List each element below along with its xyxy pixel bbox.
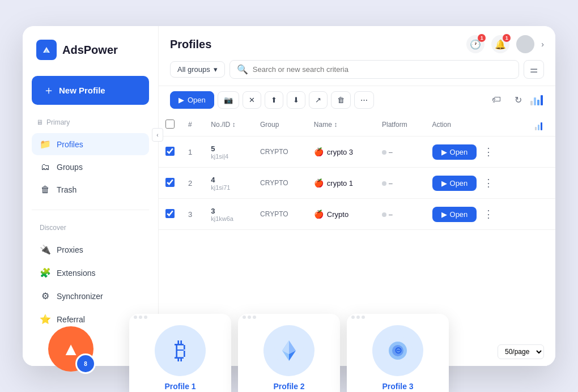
- page-title: Profiles: [170, 38, 211, 51]
- row-platform-2: –: [375, 199, 426, 230]
- close-icon: ✕: [249, 96, 255, 104]
- upload-button[interactable]: ⬆: [265, 91, 283, 109]
- row-open-button-1[interactable]: ▶ Open: [432, 176, 477, 191]
- apple-icon: 🍎: [314, 178, 324, 188]
- row-index-0: 1: [181, 137, 204, 168]
- sidebar-item-extensions[interactable]: 🧩 Extensions: [32, 262, 149, 284]
- chevron-down-icon: ▾: [214, 65, 218, 74]
- col-group: Group: [253, 113, 307, 137]
- row-more-button-2[interactable]: ⋮: [479, 206, 498, 223]
- delete-button[interactable]: 🗑: [331, 91, 351, 109]
- proxies-icon: 🔌: [40, 244, 51, 255]
- download-button[interactable]: ⬇: [287, 91, 305, 109]
- table-stats-icon: [535, 119, 549, 130]
- search-input[interactable]: [253, 65, 512, 74]
- sidebar-item-trash[interactable]: 🗑 Trash: [32, 179, 149, 201]
- referral-label: Referral: [57, 315, 85, 324]
- clock-button[interactable]: 🕐 1: [466, 35, 484, 53]
- sidebar-divider: [32, 210, 149, 210]
- svg-text:8: 8: [84, 361, 87, 367]
- row-index-1: 2: [181, 168, 204, 199]
- promo-badge: ▲ 8: [48, 326, 94, 372]
- open-button[interactable]: ▶ Open: [170, 91, 214, 109]
- table-header-row: # No./ID ↕ Group Name ↕ Platform Action: [159, 113, 555, 137]
- col-name: Name ↕: [307, 113, 375, 137]
- row-name-0: 🍎 crypto 3: [307, 137, 375, 168]
- open-btn-icon: ▶: [441, 148, 447, 156]
- row-checkbox-0[interactable]: [165, 147, 175, 156]
- logo-icon: [36, 40, 57, 60]
- row-platform-0: –: [375, 137, 426, 168]
- screenshot-button[interactable]: 📷: [218, 91, 239, 109]
- row-action-2: ▶ Open ⋮: [426, 199, 528, 230]
- bell-button[interactable]: 🔔 1: [491, 35, 509, 53]
- logo-text: AdsPower: [62, 44, 118, 57]
- action-bar: ▶ Open 📷 ✕ ⬆ ⬇ ↗ 🗑 ⋯: [159, 86, 555, 113]
- row-checkbox-1[interactable]: [165, 178, 175, 187]
- sidebar-item-synchronizer[interactable]: ⚙ Synchronizer: [32, 285, 149, 307]
- col-no-id: No./ID ↕: [204, 113, 253, 137]
- row-checkbox-2[interactable]: [165, 209, 175, 218]
- sidebar-collapse-button[interactable]: ‹: [152, 128, 163, 142]
- new-profile-label: New Profile: [59, 86, 105, 95]
- sidebar-item-groups[interactable]: 🗂 Groups: [32, 156, 149, 178]
- synchronizer-label: Synchronizer: [57, 292, 103, 301]
- delete-icon: 🗑: [337, 96, 345, 104]
- row-platform-1: –: [375, 168, 426, 199]
- tag-button[interactable]: 🏷: [487, 91, 505, 109]
- row-open-button-0[interactable]: ▶ Open: [432, 144, 477, 160]
- close-profile-button[interactable]: ✕: [243, 91, 261, 109]
- card-dot: [134, 316, 137, 319]
- avatar-button[interactable]: [516, 35, 534, 53]
- row-no-2: 3 kj1kw6a: [204, 199, 253, 230]
- more-actions-button[interactable]: ⋯: [354, 91, 374, 109]
- promo-badge-area: ▲ 8: [48, 326, 94, 372]
- row-open-button-2[interactable]: ▶ Open: [432, 207, 477, 222]
- platform-dot: [382, 212, 386, 217]
- col-platform: Platform: [375, 113, 426, 137]
- card-dot: [144, 316, 147, 319]
- clock-badge: 1: [478, 34, 486, 42]
- card-icon-3: ⊝: [372, 325, 423, 376]
- groups-icon: 🗂: [40, 162, 51, 172]
- row-name-1: 🍎 crypto 1: [307, 168, 375, 199]
- col-index: #: [181, 113, 204, 137]
- card-dot: [253, 316, 256, 319]
- filter-button[interactable]: ⚌: [524, 60, 544, 79]
- card-dot: [351, 316, 355, 319]
- row-more-button-1[interactable]: ⋮: [479, 174, 498, 191]
- select-all-checkbox[interactable]: [165, 120, 175, 129]
- synchronizer-icon: ⚙: [40, 291, 51, 301]
- card-dot: [248, 316, 251, 319]
- nav-chevron-button[interactable]: ›: [541, 40, 544, 49]
- pagination-area: 50/page: [498, 344, 544, 359]
- referral-icon: ⭐: [40, 314, 51, 325]
- per-page-select[interactable]: 50/page: [498, 344, 544, 359]
- plus-icon: ＋: [43, 83, 54, 98]
- search-bar: 🔍: [230, 60, 519, 79]
- app-container: AdsPower ＋ New Profile 🖥 Primary 📁 Profi…: [23, 26, 555, 366]
- new-profile-button[interactable]: ＋ New Profile: [32, 76, 149, 105]
- card-label-2: Profile 2: [273, 382, 304, 391]
- apple-icon: 🍎: [314, 210, 324, 219]
- row-name-2: 🍎 Crypto: [307, 199, 375, 230]
- row-more-button-0[interactable]: ⋮: [479, 143, 498, 160]
- ellipsis-icon: ⋯: [360, 96, 368, 104]
- sidebar-item-proxies[interactable]: 🔌 Proxies: [32, 238, 149, 261]
- group-select[interactable]: All groups ▾: [170, 61, 225, 78]
- trash-label: Trash: [57, 185, 76, 194]
- trash-icon: 🗑: [40, 185, 51, 195]
- stats-icon: [530, 94, 544, 105]
- svg-text:⊝: ⊝: [394, 346, 402, 355]
- sidebar-item-profiles[interactable]: 📁 Profiles: [32, 133, 149, 155]
- toolbar: All groups ▾ 🔍 ⚌: [159, 53, 555, 86]
- refresh-button[interactable]: ↻: [509, 91, 527, 109]
- open-btn-icon: ▶: [441, 179, 447, 188]
- profile-cards-overlay: ₿ Profile 1 Profile 2: [129, 314, 449, 392]
- card-top-bar-1: [129, 314, 231, 318]
- platform-dot: [382, 150, 386, 155]
- table-row: 1 5 kj1si|4 CRYPTO 🍎 crypto 3 –: [159, 137, 555, 168]
- apple-icon: 🍎: [314, 147, 324, 156]
- share-button[interactable]: ↗: [309, 91, 328, 109]
- card-label-3: Profile 3: [382, 382, 413, 391]
